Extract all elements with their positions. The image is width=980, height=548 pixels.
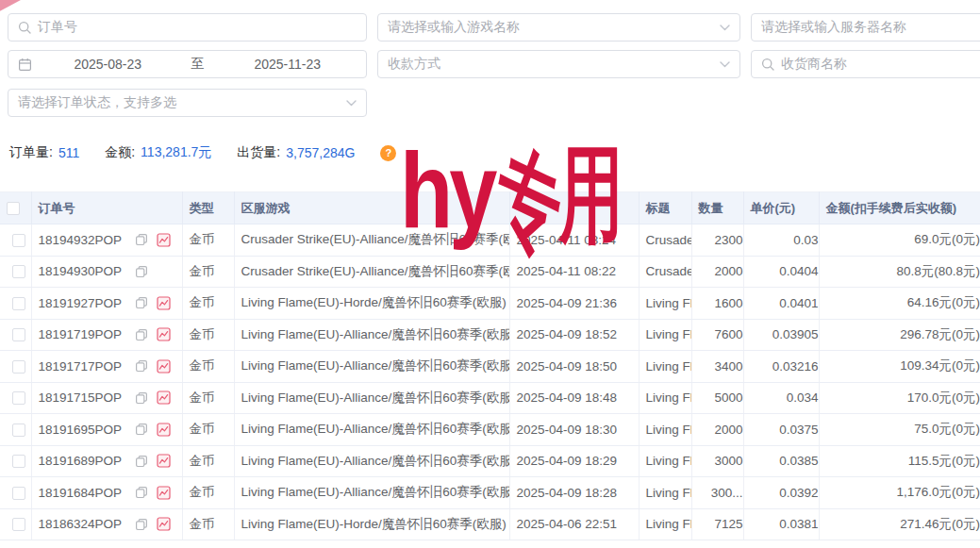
screenshot-chart-icon[interactable] xyxy=(157,327,171,341)
row-checkbox[interactable] xyxy=(12,297,25,310)
order-amount: 69.0元(0元) xyxy=(819,224,980,257)
screenshot-chart-icon[interactable] xyxy=(157,390,171,405)
copy-icon[interactable] xyxy=(135,359,148,373)
help-icon[interactable]: ? xyxy=(380,145,396,161)
order-amount: 1,176.0元(0元) xyxy=(819,477,980,509)
order-count-value: 511 xyxy=(58,145,79,160)
col-header-amount: 金额(扣手续费后实收额) xyxy=(819,192,980,224)
date-range-picker[interactable]: 2025-08-23 至 2025-11-23 xyxy=(8,50,367,78)
table-row: 18191715POP 金币 Living Flame(EU)-Alliance… xyxy=(0,382,980,414)
order-type: 金币 xyxy=(182,351,234,383)
order-type: 金币 xyxy=(182,256,234,288)
game-server-name: Living Flame(EU)-Alliance/魔兽怀旧60赛季(欧服) xyxy=(234,445,509,477)
order-number: 18186324POP xyxy=(39,517,123,531)
screenshot-chart-icon[interactable] xyxy=(157,296,171,310)
order-time: 2025-04-09 18:52 xyxy=(509,319,639,351)
order-status-multiselect[interactable]: 请选择订单状态，支持多选 xyxy=(8,89,367,117)
order-type: 金币 xyxy=(182,477,234,509)
row-checkbox[interactable] xyxy=(12,265,25,278)
screenshot-chart-icon[interactable] xyxy=(157,423,171,437)
order-number: 18191717POP xyxy=(39,359,123,374)
order-type: 金币 xyxy=(182,445,234,477)
game-server-name: Living Flame(EU)-Horde/魔兽怀旧60赛季(欧服) xyxy=(234,288,509,320)
order-title: Living Fl xyxy=(639,319,691,351)
order-title: Living Fl xyxy=(639,414,691,446)
table-row: 18194932POP 金币 Crusader Strike(EU)-Allia… xyxy=(0,224,980,257)
payment-method-select[interactable]: 收款方式 xyxy=(377,50,740,78)
order-number-input[interactable]: 订单号 xyxy=(8,13,367,42)
unit-price: 0.03905 xyxy=(743,319,819,351)
order-count-label: 订单量: xyxy=(9,144,53,161)
order-title: Living Fl xyxy=(639,351,691,383)
table-header-row: 订单号 类型 区服游戏 标题 数量 单价(元) 金额(扣手续费后实收额) xyxy=(0,192,980,224)
order-type: 金币 xyxy=(182,508,234,540)
table-row: 18191719POP 金币 Living Flame(EU)-Alliance… xyxy=(0,319,980,351)
search-icon xyxy=(761,58,774,71)
order-time: 2025-04-09 18:48 xyxy=(509,382,639,414)
order-title: Living Fl xyxy=(639,382,691,414)
screenshot-chart-icon[interactable] xyxy=(157,517,171,531)
merchant-name-input[interactable]: 收货商名称 xyxy=(751,50,980,78)
copy-icon[interactable] xyxy=(135,486,148,499)
game-server-name: Living Flame(EU)-Alliance/魔兽怀旧60赛季(欧服) xyxy=(234,351,509,383)
copy-icon[interactable] xyxy=(135,423,148,436)
row-checkbox[interactable] xyxy=(12,518,25,531)
date-end-value[interactable]: 2025-11-23 xyxy=(219,57,357,72)
screenshot-chart-icon[interactable] xyxy=(157,454,171,468)
order-amount: 271.46元(0元) xyxy=(819,508,980,540)
merchant-name-placeholder: 收货商名称 xyxy=(781,56,847,73)
game-name-select[interactable]: 请选择或输入游戏名称 xyxy=(377,13,740,42)
screenshot-chart-icon[interactable] xyxy=(157,233,171,247)
server-name-select[interactable]: 请选择或输入服务器名称 xyxy=(751,13,980,42)
order-title: Crusade xyxy=(639,224,691,257)
col-header-game: 区服游戏 xyxy=(234,192,509,224)
copy-icon[interactable] xyxy=(135,391,148,405)
calendar-icon xyxy=(18,58,32,72)
order-title: Living Fl xyxy=(639,508,691,540)
table-row: 18191717POP 金币 Living Flame(EU)-Alliance… xyxy=(0,351,980,383)
order-time: 2025-04-06 22:51 xyxy=(509,508,639,540)
row-checkbox[interactable] xyxy=(12,328,25,341)
row-checkbox[interactable] xyxy=(12,391,25,405)
row-checkbox[interactable] xyxy=(12,487,25,500)
copy-icon[interactable] xyxy=(135,233,148,246)
order-number: 18194930POP xyxy=(39,264,123,278)
copy-icon[interactable] xyxy=(135,518,148,531)
orders-table: 订单号 类型 区服游戏 标题 数量 单价(元) 金额(扣手续费后实收额) 181… xyxy=(0,191,980,540)
copy-icon[interactable] xyxy=(135,296,148,309)
table-row: 18194930POP 金币 Crusader Strike(EU)-Allia… xyxy=(0,256,980,288)
unit-price: 0.0401 xyxy=(743,288,819,320)
order-number: 18191927POP xyxy=(39,296,123,310)
order-amount: 64.16元(0元) xyxy=(819,288,980,320)
screenshot-chart-icon[interactable] xyxy=(157,486,171,500)
screenshot-chart-icon[interactable] xyxy=(157,359,171,374)
order-number-placeholder: 订单号 xyxy=(38,19,77,36)
col-header-quantity: 数量 xyxy=(691,192,743,224)
table-row: 18186324POP 金币 Living Flame(EU)-Horde/魔兽… xyxy=(0,508,980,540)
table-row: 18191689POP 金币 Living Flame(EU)-Alliance… xyxy=(0,445,980,477)
copy-icon[interactable] xyxy=(135,455,148,468)
row-checkbox[interactable] xyxy=(12,360,25,374)
order-quantity: 5000 xyxy=(691,382,743,414)
game-server-name: Crusader Strike(EU)-Alliance/魔兽怀旧60赛季(欧服… xyxy=(234,256,509,288)
table-row: 18191695POP 金币 Living Flame(EU)-Alliance… xyxy=(0,414,980,446)
game-server-name: Crusader Strike(EU)-Alliance/魔兽怀旧60赛季(欧服… xyxy=(234,224,509,257)
chevron-down-icon xyxy=(346,100,357,107)
date-range-separator: 至 xyxy=(177,56,219,73)
select-all-checkbox[interactable] xyxy=(7,202,20,215)
date-start-value[interactable]: 2025-08-23 xyxy=(39,57,177,72)
game-server-name: Living Flame(EU)-Alliance/魔兽怀旧60赛季(欧服) xyxy=(234,414,509,446)
row-checkbox[interactable] xyxy=(12,455,25,468)
amount-label: 金额: xyxy=(105,144,135,161)
order-time: 2025-04-09 21:36 xyxy=(509,288,639,320)
copy-icon[interactable] xyxy=(135,265,148,278)
row-checkbox[interactable] xyxy=(12,423,25,437)
unit-price: 0.0381 xyxy=(743,508,819,540)
copy-icon[interactable] xyxy=(135,328,148,341)
order-quantity: 3400 xyxy=(691,351,743,383)
col-header-type: 类型 xyxy=(182,192,234,224)
col-header-order-time xyxy=(509,192,639,224)
game-name-placeholder: 请选择或输入游戏名称 xyxy=(388,19,520,36)
order-quantity: 7125 xyxy=(691,508,743,540)
row-checkbox[interactable] xyxy=(12,234,25,247)
